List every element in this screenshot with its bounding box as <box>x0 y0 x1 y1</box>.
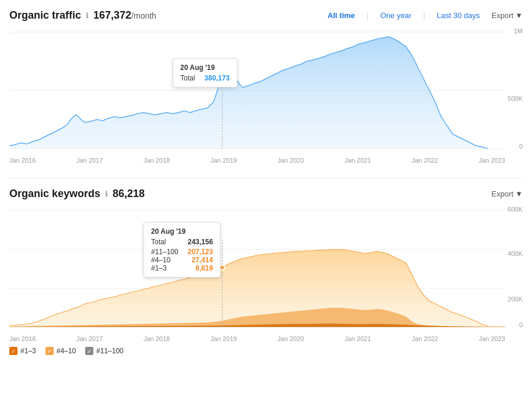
organic-traffic-info-icon[interactable]: ℹ <box>86 11 89 20</box>
kw-y-label-600k: 600K <box>508 206 523 213</box>
kw-x-label-2018: Jan 2018 <box>144 335 170 342</box>
kw-x-label-2017: Jan 2017 <box>76 335 103 342</box>
kw-tooltip-date: 20 Aug '19 <box>151 227 213 236</box>
organic-traffic-unit: /month <box>131 11 156 20</box>
kw-tooltip-11-100-value: 207,123 <box>188 248 213 256</box>
legend-label-1-3: #1–3 <box>20 347 36 355</box>
organic-keywords-chart-area: 600K 400K 200K 0 <box>9 205 523 342</box>
x-label-2019: Jan 2019 <box>211 157 237 164</box>
kw-y-label-200k: 200K <box>508 296 523 303</box>
organic-traffic-number: 167,372 <box>93 9 131 21</box>
kw-x-label-2021: Jan 2021 <box>345 335 371 342</box>
legend-item-4-10[interactable]: ✓ #4–10 <box>46 347 76 355</box>
x-label-2016: Jan 2016 <box>9 157 36 164</box>
organic-keywords-info-icon[interactable]: ℹ <box>105 189 108 198</box>
y-label-0: 0 <box>519 143 523 150</box>
organic-traffic-section: Organic traffic ℹ 167,372/month All time… <box>9 9 523 164</box>
organic-keywords-tooltip: 20 Aug '19 Total 243,156 #11–100 207,123… <box>144 222 220 278</box>
x-label-2017: Jan 2017 <box>76 157 103 164</box>
organic-keywords-svg <box>9 205 523 333</box>
organic-traffic-value: 167,372/month <box>93 9 156 22</box>
export-chevron-icon: ▼ <box>515 11 523 20</box>
tooltip-total-label: Total <box>180 74 195 82</box>
time-filter-group: All time | One year | Last 30 days Expor… <box>326 10 523 21</box>
kw-x-label-2022: Jan 2022 <box>412 335 438 342</box>
kw-tooltip-total-row: Total 243,156 <box>151 238 213 246</box>
kw-tooltip-4-10-label: #4–10 <box>151 256 170 264</box>
x-label-2022: Jan 2022 <box>412 157 438 164</box>
organic-traffic-title: Organic traffic <box>9 9 81 22</box>
legend-label-4-10: #4–10 <box>57 347 76 355</box>
kw-tooltip-total-label: Total <box>151 238 166 246</box>
organic-keywords-header: Organic keywords ℹ 86,218 Export ▼ <box>9 188 523 200</box>
legend-checkbox-4-10: ✓ <box>46 347 54 355</box>
x-label-2020: Jan 2020 <box>278 157 304 164</box>
kw-tooltip-4-10-value: 27,414 <box>191 256 213 264</box>
organic-traffic-chart-area: 1M 500K 0 <box>9 26 523 164</box>
organic-keywords-title: Organic keywords <box>9 188 100 200</box>
svg-point-10 <box>220 265 225 270</box>
filter-one-year[interactable]: One year <box>378 10 414 21</box>
organic-traffic-svg <box>9 26 523 154</box>
legend-checkbox-1-3: ✓ <box>9 347 18 355</box>
y-label-500k: 500K <box>508 95 523 102</box>
keywords-export-chevron-icon: ▼ <box>515 189 523 198</box>
kw-tooltip-11-100-label: #11–100 <box>151 248 178 256</box>
export-label: Export <box>492 11 514 20</box>
kw-y-label-400k: 400K <box>508 250 523 257</box>
divider-1: | <box>367 11 369 20</box>
organic-traffic-chart-container: 1M 500K 0 <box>9 26 523 164</box>
legend-item-11-100[interactable]: ✓ #11–100 <box>85 347 124 355</box>
tooltip-total-row: Total 380,173 <box>180 74 230 82</box>
section-divider <box>9 178 523 178</box>
kw-tooltip-1-3-value: 8,619 <box>195 264 213 272</box>
x-label-2021: Jan 2021 <box>345 157 371 164</box>
organic-traffic-header: Organic traffic ℹ 167,372/month All time… <box>9 9 523 22</box>
filter-all-time[interactable]: All time <box>326 10 358 21</box>
kw-tooltip-4-10-row: #4–10 27,414 <box>151 256 213 264</box>
kw-x-label-2019: Jan 2019 <box>211 335 237 342</box>
kw-tooltip-total-value: 243,156 <box>188 238 213 246</box>
kw-x-label-2020: Jan 2020 <box>278 335 304 342</box>
organic-keywords-export-btn[interactable]: Export ▼ <box>492 189 523 198</box>
organic-keywords-chart-container: 600K 400K 200K 0 <box>9 205 523 355</box>
organic-keywords-x-axis: Jan 2016 Jan 2017 Jan 2018 Jan 2019 Jan … <box>9 333 523 342</box>
filter-last-30-days[interactable]: Last 30 days <box>435 10 482 21</box>
y-label-1m: 1M <box>514 27 523 34</box>
legend-label-11-100: #11–100 <box>96 347 124 355</box>
kw-y-label-0: 0 <box>519 321 523 328</box>
legend-item-1-3[interactable]: ✓ #1–3 <box>9 347 36 355</box>
kw-tooltip-1-3-label: #1–3 <box>151 264 167 272</box>
organic-traffic-export-btn[interactable]: Export ▼ <box>492 11 523 20</box>
kw-x-label-2016: Jan 2016 <box>9 335 36 342</box>
tooltip-total-value: 380,173 <box>204 74 229 82</box>
tooltip-date: 20 Aug '19 <box>180 64 230 72</box>
kw-tooltip-1-3-row: #1–3 8,619 <box>151 264 213 272</box>
keywords-legend: ✓ #1–3 ✓ #4–10 ✓ #11–100 <box>9 347 523 355</box>
x-label-2018: Jan 2018 <box>144 157 170 164</box>
kw-tooltip-11-100-row: #11–100 207,123 <box>151 248 213 256</box>
organic-traffic-x-axis: Jan 2016 Jan 2017 Jan 2018 Jan 2019 Jan … <box>9 154 523 164</box>
legend-checkbox-11-100: ✓ <box>85 347 93 355</box>
organic-keywords-title-group: Organic keywords ℹ 86,218 <box>9 188 145 200</box>
divider-2: | <box>423 11 425 20</box>
keywords-export-label: Export <box>492 189 514 198</box>
organic-keywords-value: 86,218 <box>113 188 145 200</box>
x-label-2023: Jan 2023 <box>479 157 505 164</box>
kw-x-label-2023: Jan 2023 <box>479 335 505 342</box>
organic-traffic-title-group: Organic traffic ℹ 167,372/month <box>9 9 156 22</box>
organic-traffic-tooltip: 20 Aug '19 Total 380,173 <box>173 58 237 87</box>
organic-keywords-section: Organic keywords ℹ 86,218 Export ▼ 600K … <box>9 188 523 355</box>
